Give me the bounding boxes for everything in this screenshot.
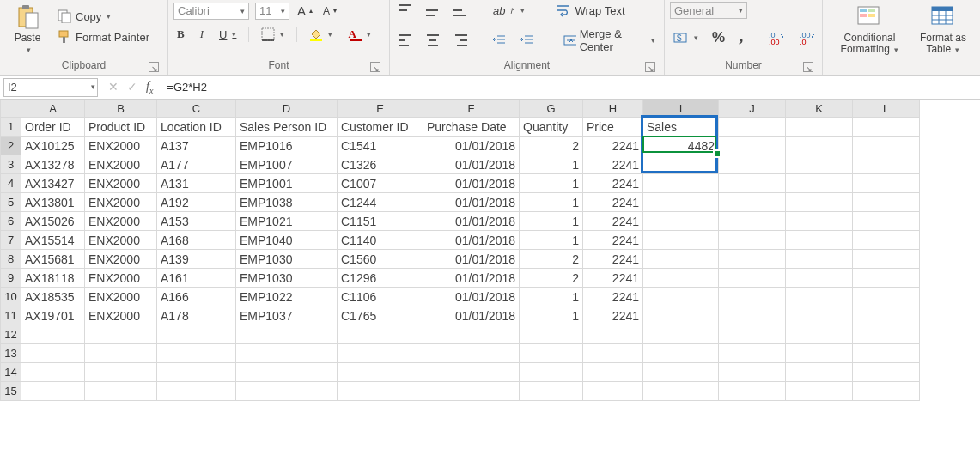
cell-F9[interactable]: 01/01/2018 (423, 269, 520, 288)
cell-I5[interactable] (643, 193, 719, 212)
cell-D7[interactable]: EMP1040 (236, 231, 338, 250)
cell-C8[interactable]: A139 (157, 250, 236, 269)
number-launcher[interactable] (803, 62, 813, 72)
cell-A1[interactable]: Order ID (21, 118, 85, 137)
cell-G13[interactable] (520, 344, 583, 363)
cell-J3[interactable] (719, 155, 786, 174)
accounting-button[interactable]: $▾ (670, 29, 702, 46)
row-header-7[interactable]: 7 (1, 231, 21, 250)
cell-F15[interactable] (423, 382, 520, 401)
cell-L8[interactable] (853, 250, 920, 269)
cell-L1[interactable] (853, 118, 920, 137)
row-header-9[interactable]: 9 (1, 269, 21, 288)
cell-G8[interactable]: 2 (520, 250, 583, 269)
cell-H15[interactable] (583, 382, 643, 401)
cell-B12[interactable] (85, 325, 157, 344)
cell-G12[interactable] (520, 325, 583, 344)
cell-A6[interactable]: AX15026 (21, 212, 85, 231)
decrease-decimal-button[interactable]: .00.0 (796, 29, 820, 46)
cell-G6[interactable]: 1 (520, 212, 583, 231)
cell-D14[interactable] (236, 363, 338, 382)
fill-color-button[interactable]: ▾ (306, 26, 336, 43)
cell-L13[interactable] (853, 344, 920, 363)
cell-H6[interactable]: 2241 (583, 212, 643, 231)
cell-K15[interactable] (786, 382, 853, 401)
wrap-text-button[interactable]: Wrap Text (552, 2, 628, 19)
cell-B3[interactable]: ENX2000 (85, 155, 157, 174)
cell-C2[interactable]: A137 (157, 137, 236, 155)
cell-J12[interactable] (719, 325, 786, 344)
cell-D6[interactable]: EMP1021 (236, 212, 338, 231)
cell-I12[interactable] (643, 325, 719, 344)
cell-H11[interactable]: 2241 (583, 306, 643, 325)
cell-G4[interactable]: 1 (520, 174, 583, 193)
cell-J15[interactable] (719, 382, 786, 401)
col-header-K[interactable]: K (786, 100, 853, 118)
cell-I3[interactable] (643, 155, 719, 174)
cell-K4[interactable] (786, 174, 853, 193)
cell-H4[interactable]: 2241 (583, 174, 643, 193)
cell-H9[interactable]: 2241 (583, 269, 643, 288)
row-header-5[interactable]: 5 (1, 193, 21, 212)
cell-E8[interactable]: C1560 (338, 250, 423, 269)
cell-A10[interactable]: AX18535 (21, 288, 85, 306)
cell-B7[interactable]: ENX2000 (85, 231, 157, 250)
cell-K10[interactable] (786, 288, 853, 306)
cell-H14[interactable] (583, 363, 643, 382)
cell-A13[interactable] (21, 344, 85, 363)
cell-F4[interactable]: 01/01/2018 (423, 174, 520, 193)
cell-E2[interactable]: C1541 (338, 137, 423, 155)
merge-center-button[interactable]: Merge & Center ▾ (560, 26, 659, 55)
cell-E11[interactable]: C1765 (338, 306, 423, 325)
cell-G1[interactable]: Quantity (520, 118, 583, 137)
underline-button[interactable]: U ▾ (216, 27, 240, 43)
align-center-button[interactable] (423, 33, 443, 48)
cell-I15[interactable] (643, 382, 719, 401)
cell-K3[interactable] (786, 155, 853, 174)
cell-D10[interactable]: EMP1022 (236, 288, 338, 306)
font-launcher[interactable] (370, 62, 380, 72)
row-header-10[interactable]: 10 (1, 288, 21, 306)
cell-J8[interactable] (719, 250, 786, 269)
borders-button[interactable]: ▾ (258, 26, 288, 43)
cell-J5[interactable] (719, 193, 786, 212)
cell-I14[interactable] (643, 363, 719, 382)
col-header-L[interactable]: L (853, 100, 920, 118)
cell-B1[interactable]: Product ID (85, 118, 157, 137)
col-header-F[interactable]: F (423, 100, 520, 118)
cell-K6[interactable] (786, 212, 853, 231)
cell-L6[interactable] (853, 212, 920, 231)
cell-C5[interactable]: A192 (157, 193, 236, 212)
cell-B2[interactable]: ENX2000 (85, 137, 157, 155)
cell-K7[interactable] (786, 231, 853, 250)
cell-J13[interactable] (719, 344, 786, 363)
row-header-13[interactable]: 13 (1, 344, 21, 363)
italic-button[interactable]: I (197, 26, 207, 43)
col-header-H[interactable]: H (583, 100, 643, 118)
cell-F7[interactable]: 01/01/2018 (423, 231, 520, 250)
cell-E6[interactable]: C1151 (338, 212, 423, 231)
cell-D13[interactable] (236, 344, 338, 363)
increase-indent-button[interactable] (516, 33, 537, 48)
cell-I10[interactable] (643, 288, 719, 306)
cell-H3[interactable]: 2241 (583, 155, 643, 174)
font-name-input[interactable] (173, 3, 249, 20)
cell-E1[interactable]: Customer ID (338, 118, 423, 137)
cell-J11[interactable] (719, 306, 786, 325)
cell-C9[interactable]: A161 (157, 269, 236, 288)
cell-C6[interactable]: A153 (157, 212, 236, 231)
cell-C4[interactable]: A131 (157, 174, 236, 193)
cell-I11[interactable] (643, 306, 719, 325)
cell-G2[interactable]: 2 (520, 137, 583, 155)
cell-G3[interactable]: 1 (520, 155, 583, 174)
name-box[interactable]: I2 ▾ (3, 78, 98, 97)
cell-L2[interactable] (853, 137, 920, 155)
cell-E7[interactable]: C1140 (338, 231, 423, 250)
row-header-15[interactable]: 15 (1, 382, 21, 401)
cell-G5[interactable]: 1 (520, 193, 583, 212)
cell-G9[interactable]: 2 (520, 269, 583, 288)
align-middle-button[interactable] (423, 3, 443, 18)
cell-I9[interactable] (643, 269, 719, 288)
formula-input[interactable]: =G2*H2 (161, 81, 980, 94)
cell-F5[interactable]: 01/01/2018 (423, 193, 520, 212)
